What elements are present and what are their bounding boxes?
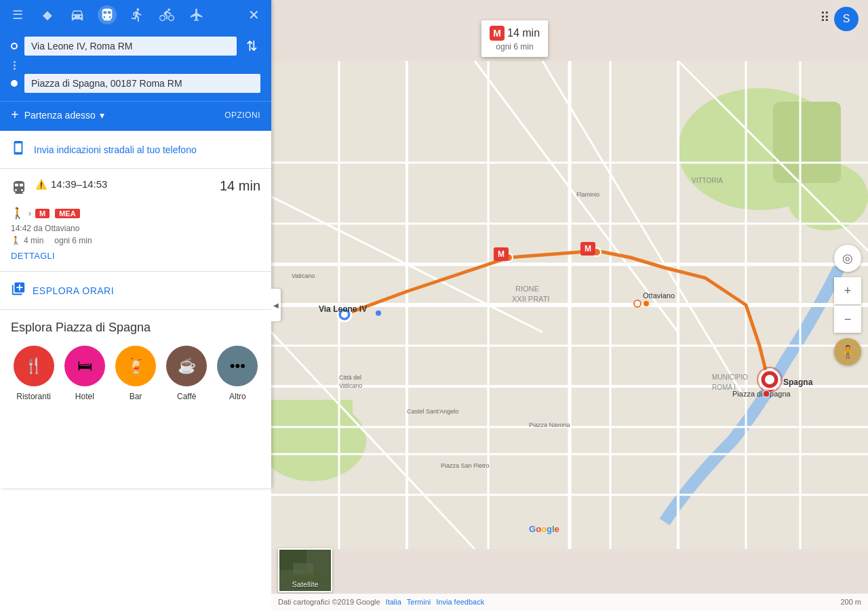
route-times: 14:39–14:53	[51, 178, 107, 190]
svg-text:Ottaviano: Ottaviano	[643, 291, 675, 300]
svg-text:Piazza San Pietro: Piazza San Pietro	[441, 462, 490, 469]
svg-text:ROMA I: ROMA I	[712, 384, 736, 391]
svg-text:Piazza Navona: Piazza Navona	[529, 422, 570, 428]
map-controls: ◎ + − 🧍	[834, 245, 861, 365]
tooltip-freq: ogni 6 min	[496, 42, 533, 52]
svg-point-48	[763, 390, 770, 397]
svg-point-39	[765, 375, 774, 384]
explore-title: Esplora Piazza di Spagna	[11, 321, 260, 335]
svg-text:XXII PRATI: XXII PRATI	[512, 295, 549, 303]
category-grid: 🍴 Ristoranti 🛏 Hotel 🍹 Bar ☕ Caffè ••• A…	[11, 346, 260, 401]
category-label: Altro	[229, 392, 246, 401]
category-altro[interactable]: ••• Altro	[215, 346, 260, 401]
svg-text:M: M	[498, 249, 505, 259]
zoom-out-button[interactable]: −	[834, 306, 861, 333]
svg-text:Vaticano: Vaticano	[292, 272, 315, 279]
close-icon[interactable]: ✕	[244, 5, 263, 24]
dot3	[14, 68, 16, 70]
street-view-button[interactable]: 🧍	[834, 338, 861, 365]
svg-point-44	[634, 300, 641, 307]
terms-link[interactable]: Termini	[407, 598, 431, 606]
category-icon: ☕	[166, 346, 207, 386]
svg-text:Google: Google	[529, 524, 559, 534]
apps-icon[interactable]: ⠿	[820, 9, 830, 26]
tooltip-metro-row: M 14 min	[490, 26, 540, 41]
feedback-link[interactable]: Invia feedback	[436, 598, 484, 606]
destination-input[interactable]	[24, 74, 260, 93]
warning-row: ⚠️ 14:39–14:53	[35, 178, 220, 190]
transit-mode-icon[interactable]	[98, 5, 117, 24]
details-link[interactable]: DETTAGLI	[11, 251, 55, 261]
route-header: ⚠️ 14:39–14:53 14 min	[11, 178, 260, 200]
user-avatar[interactable]: S	[834, 7, 859, 31]
svg-text:VITTORIA: VITTORIA	[692, 177, 723, 184]
departure-button[interactable]: Partenza adesso ▾	[24, 110, 104, 121]
origin-input[interactable]	[24, 37, 237, 56]
options-button[interactable]: OPZIONI	[224, 110, 260, 120]
dot2	[14, 64, 16, 66]
category-label: Caffè	[177, 392, 196, 401]
flight-mode-icon[interactable]	[187, 5, 206, 24]
route-meta: 🚶 4 min ogni 6 min	[11, 236, 260, 245]
bike-mode-icon[interactable]	[157, 5, 176, 24]
category-caffè[interactable]: ☕ Caffè	[164, 346, 210, 401]
map-bottom-bar: Dati cartografici ©2019 Google Italia Te…	[271, 594, 868, 610]
mea-badge: MEA	[55, 209, 79, 218]
add-stop-icon[interactable]: +	[11, 107, 19, 123]
category-bar[interactable]: 🍹 Bar	[113, 346, 158, 401]
route-result: ⚠️ 14:39–14:53 14 min 🚶 › M MEA 14:42 da…	[0, 169, 271, 272]
country-link[interactable]: Italia	[386, 598, 401, 606]
dot1	[14, 61, 16, 63]
origin-row: ⇅	[11, 35, 260, 57]
destination-row	[11, 74, 260, 93]
tooltip-time: 14 min	[507, 27, 540, 39]
category-label: Hotel	[75, 392, 94, 401]
attribution-text: Dati cartografici ©2019 Google	[278, 598, 380, 606]
satellite-label: Satellite	[279, 580, 331, 588]
svg-text:Vaticano: Vaticano	[339, 382, 362, 389]
walk-min-text: 4 min	[24, 236, 43, 245]
svg-text:Via Leone IV: Via Leone IV	[319, 304, 367, 314]
car-mode-icon[interactable]	[68, 5, 87, 24]
route-time-info: ⚠️ 14:39–14:53	[27, 178, 220, 192]
category-label: Bar	[130, 392, 142, 401]
transit-icon	[11, 180, 27, 200]
directions-icon[interactable]: ◆	[38, 5, 57, 24]
departure-label: Partenza adesso	[24, 110, 96, 121]
svg-text:Città del: Città del	[339, 374, 361, 381]
walk-mode-icon[interactable]	[127, 5, 146, 24]
explore-section: Esplora Piazza di Spagna 🍴 Ristoranti 🛏 …	[0, 310, 271, 407]
svg-rect-5	[271, 400, 353, 468]
send-icon	[11, 140, 26, 159]
category-icon: •••	[217, 346, 258, 386]
collapse-panel-button[interactable]: ◀	[271, 289, 281, 321]
route-inputs: ⇅	[0, 30, 271, 101]
send-directions[interactable]: Invia indicazioni stradali al tuo telefo…	[0, 131, 271, 169]
explore-hours-label: ESPLORA ORARI	[33, 285, 114, 296]
svg-point-42	[376, 310, 381, 316]
dots-separator	[11, 61, 260, 70]
category-label: Ristoranti	[16, 392, 51, 401]
frequency-text: ogni 6 min	[54, 236, 92, 245]
menu-icon[interactable]: ☰	[8, 5, 27, 24]
svg-text:Castel Sant'Angelo: Castel Sant'Angelo	[407, 408, 458, 415]
svg-text:M: M	[585, 244, 591, 253]
swap-button[interactable]: ⇅	[243, 35, 260, 57]
svg-text:RIONE: RIONE	[515, 285, 539, 293]
svg-rect-3	[773, 102, 841, 183]
svg-text:Spagna: Spagna	[783, 378, 813, 387]
category-hotel[interactable]: 🛏 Hotel	[62, 346, 107, 401]
zoom-in-button[interactable]: +	[834, 277, 861, 304]
walk-icon-small: 🚶	[11, 236, 21, 245]
explore-hours-row[interactable]: ESPLORA ORARI	[0, 272, 271, 310]
left-panel: ☰ ◆ ✕ ⇅	[0, 0, 271, 488]
route-duration: 14 min	[220, 178, 260, 194]
svg-text:Piazza di Spagna: Piazza di Spagna	[732, 390, 791, 398]
category-icon: 🍹	[115, 346, 156, 386]
origin-dot	[11, 43, 18, 49]
warning-icon: ⚠️	[35, 179, 47, 190]
category-ristoranti[interactable]: 🍴 Ristoranti	[11, 346, 56, 401]
route-steps: 🚶 › M MEA	[11, 207, 260, 220]
satellite-thumbnail[interactable]: Satellite	[278, 548, 332, 592]
compass-button[interactable]: ◎	[834, 245, 861, 272]
